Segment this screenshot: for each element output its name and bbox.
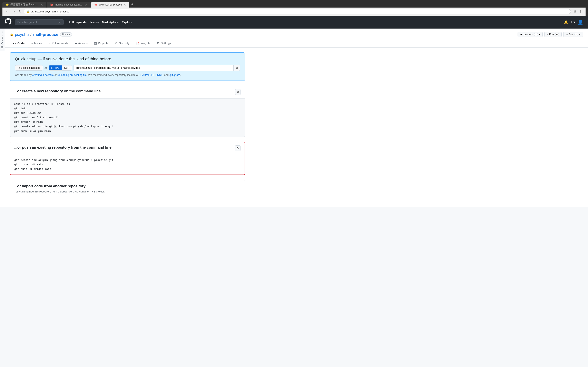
upload-file-link[interactable]: uploading an existing file bbox=[58, 73, 86, 76]
create-new-icon[interactable]: + ▾ bbox=[571, 20, 575, 24]
browser-tab-2[interactable]: 🐙 macrozheng/mall-learning: ma... ✕ bbox=[47, 2, 91, 8]
github-nav: Pull requests Issues Marketplace Explore bbox=[69, 21, 132, 24]
search-shortcut: / bbox=[58, 21, 61, 24]
nav-tab-projects[interactable]: ▦ Projects bbox=[91, 40, 112, 47]
insights-icon: 📈 bbox=[136, 42, 139, 45]
quick-setup-box: Quick setup — if you've done this kind o… bbox=[10, 52, 245, 81]
create-new-file-link[interactable]: creating a new file bbox=[32, 73, 54, 76]
nav-explore[interactable]: Explore bbox=[122, 21, 132, 24]
repo-name-link[interactable]: mall-practice bbox=[33, 32, 58, 37]
fork-button[interactable]: ⑂ Fork 0 bbox=[544, 32, 562, 37]
search-box[interactable]: Search or jump to... / bbox=[15, 19, 64, 25]
nav-tab-issues[interactable]: ○ Issues bbox=[28, 40, 45, 47]
github-logo[interactable] bbox=[5, 18, 11, 26]
octotree-menu-icon: ☰ bbox=[1, 46, 3, 49]
menu-button[interactable]: ⋮ bbox=[578, 9, 583, 14]
back-button[interactable]: ← bbox=[5, 9, 10, 14]
repo-title-row: 🔒 pixyshu / mall-practice Private 👁 Unwa… bbox=[10, 32, 583, 37]
code-tab-label: Code bbox=[17, 42, 25, 45]
avatar[interactable]: 👤 bbox=[578, 20, 583, 25]
repo-private-badge: Private bbox=[60, 33, 72, 36]
quick-setup-title: Quick setup — if you've done this kind o… bbox=[15, 57, 240, 61]
projects-tab-label: Projects bbox=[98, 42, 108, 45]
security-icon: 🛡 bbox=[115, 42, 118, 45]
page-wrapper: 🔒 pixyshu / mall-practice Private 👁 Unwa… bbox=[0, 29, 588, 207]
actions-tab-label: Actions bbox=[78, 42, 87, 45]
cmd-line: git commit -m "first commit" bbox=[14, 115, 241, 120]
fork-icon: ⑂ bbox=[547, 33, 548, 36]
search-placeholder: Search or jump to... bbox=[17, 21, 40, 24]
star-button[interactable]: ☆ Star 0 ▾ bbox=[563, 32, 583, 37]
refresh-button[interactable]: ↻ bbox=[18, 9, 22, 14]
tab3-favicon: 🐙 bbox=[94, 3, 97, 6]
new-tab-button[interactable]: + bbox=[130, 2, 135, 8]
cmd-line: git push -u origin main bbox=[14, 129, 241, 133]
cmd-line: git remote add origin git@github.com:pix… bbox=[14, 158, 241, 162]
tab3-close[interactable]: ✕ bbox=[123, 3, 126, 6]
cmd-new-repo-title: ...or create a new repository on the com… bbox=[14, 89, 101, 93]
octotree-toggle-icon: › bbox=[2, 30, 3, 33]
tab2-favicon: 🐙 bbox=[50, 3, 53, 6]
unwatch-dropdown-icon: ▾ bbox=[539, 33, 540, 36]
settings-tab-label: Settings bbox=[161, 42, 171, 45]
fork-label: Fork bbox=[549, 33, 554, 36]
url-input[interactable]: github.com/pixyshu/mall-practice bbox=[31, 10, 568, 13]
cmd-line: git branch -M main bbox=[14, 162, 241, 167]
unwatch-button[interactable]: 👁 Unwatch 1 ▾ bbox=[518, 32, 543, 37]
nav-marketplace[interactable]: Marketplace bbox=[102, 21, 119, 24]
cmd-new-repo-copy-button[interactable]: ⧉ bbox=[235, 89, 241, 95]
browser-toolbar: ← → ↻ 🔒 github.com/pixyshu/mall-practice… bbox=[2, 8, 586, 16]
repo-owner-link[interactable]: pixyshu bbox=[15, 32, 29, 37]
extensions-button[interactable]: ⚙ bbox=[572, 9, 577, 14]
nav-tab-actions[interactable]: ▶ Actions bbox=[71, 40, 91, 47]
fork-count: 0 bbox=[555, 33, 559, 36]
notification-bell-icon[interactable]: 🔔 bbox=[564, 20, 568, 25]
ssh-tab[interactable]: SSH bbox=[62, 66, 72, 70]
cmd-new-repo-body: echo "# mall-practice" >> README.mdgit i… bbox=[10, 98, 245, 137]
cmd-new-repo-section: ...or create a new repository on the com… bbox=[10, 86, 245, 137]
nav-tab-insights[interactable]: 📈 Insights bbox=[132, 40, 154, 47]
nav-tab-code[interactable]: <> Code bbox=[10, 40, 28, 47]
or-text: or bbox=[44, 66, 47, 69]
nav-tab-settings[interactable]: ⚙ Settings bbox=[154, 40, 174, 47]
readme-link[interactable]: README bbox=[138, 73, 150, 76]
git-url-row: git@github.com:pixyshu/mall-practice.git… bbox=[73, 65, 240, 71]
import-description: You can initialize this repository from … bbox=[14, 190, 241, 193]
repo-actions: 👁 Unwatch 1 ▾ ⑂ Fork 0 ☆ Star 0 ▾ bbox=[518, 32, 583, 37]
cmd-line: git init bbox=[14, 106, 241, 111]
address-bar[interactable]: 🔒 github.com/pixyshu/mall-practice bbox=[24, 9, 571, 14]
setup-desktop-button[interactable]: ⬡ Set up in Desktop bbox=[15, 65, 43, 71]
star-dropdown-icon: ▾ bbox=[579, 33, 580, 36]
https-tab[interactable]: HTTPS bbox=[49, 66, 62, 70]
browser-tabs: ⭐ 开源项目学习 在 Personal & W... ✕ 🐙 macrozhen… bbox=[2, 2, 586, 8]
copy-url-button[interactable]: ⧉ bbox=[233, 65, 240, 71]
unwatch-label: Unwatch bbox=[523, 33, 533, 36]
octotree-panel[interactable]: › Octotree ☰ bbox=[0, 29, 5, 50]
nav-tab-security[interactable]: 🛡 Security bbox=[112, 40, 133, 47]
cmd-push-copy-button[interactable]: ⧉ bbox=[235, 145, 241, 151]
gitignore-link[interactable]: .gitignore bbox=[169, 73, 180, 76]
tab1-close[interactable]: ✕ bbox=[41, 3, 43, 6]
browser-tab-1[interactable]: ⭐ 开源项目学习 在 Personal & W... ✕ bbox=[2, 2, 46, 8]
star-count: 0 bbox=[574, 33, 579, 36]
tab2-close[interactable]: ✕ bbox=[85, 3, 87, 6]
git-url-input[interactable]: git@github.com:pixyshu/mall-practice.git bbox=[74, 65, 233, 70]
cmd-push-title: ...or push an existing repository from t… bbox=[14, 145, 112, 150]
browser-tab-3[interactable]: 🐙 pixyshu/mall-practice ✕ bbox=[91, 2, 129, 8]
license-link[interactable]: LICENSE bbox=[151, 73, 163, 76]
code-icon: <> bbox=[13, 42, 16, 45]
forward-button[interactable]: → bbox=[11, 9, 16, 14]
cmd-line: git remote add origin git@github.com:pix… bbox=[14, 124, 241, 129]
nav-issues[interactable]: Issues bbox=[90, 21, 99, 24]
star-label: Star bbox=[569, 33, 573, 36]
nav-tab-pull-requests[interactable]: ⑂ Pull requests bbox=[45, 40, 71, 47]
projects-icon: ▦ bbox=[94, 42, 97, 45]
issues-icon: ○ bbox=[31, 42, 33, 45]
repo-lock-icon: 🔒 bbox=[10, 33, 13, 36]
eye-icon: 👁 bbox=[520, 33, 523, 36]
repo-header: 🔒 pixyshu / mall-practice Private 👁 Unwa… bbox=[5, 29, 588, 48]
setup-hint: Get started by creating a new file or up… bbox=[15, 73, 240, 76]
octotree-label: Octotree bbox=[1, 35, 3, 44]
tab1-label: 开源项目学习 在 Personal & W... bbox=[10, 3, 39, 6]
nav-pull-requests[interactable]: Pull requests bbox=[69, 21, 86, 24]
